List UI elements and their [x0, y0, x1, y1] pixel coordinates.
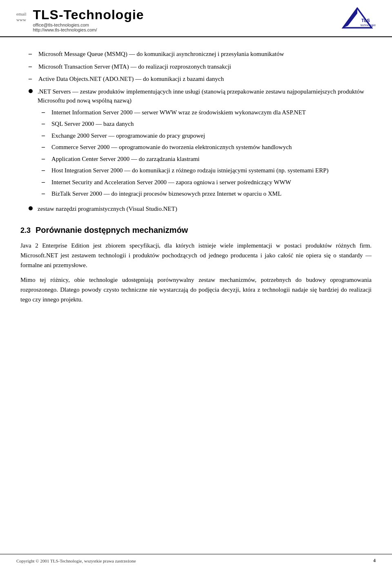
page-header: email www TLS-Technologie office@tls-tec…	[0, 0, 392, 37]
tools-text: zestaw narzędzi programistycznych (Visua…	[38, 204, 372, 214]
dash-icon: –	[42, 119, 47, 128]
list-item: – Microsoft Message Queue (MSMQ) — do ko…	[20, 49, 372, 59]
contact-info: email www	[16, 7, 26, 22]
list-item: – Commerce Server 2000 — oprogramowanie …	[42, 143, 372, 152]
inner-dash-list: – Internet Information Server 2000 — ser…	[42, 108, 372, 199]
inner-bullet-text: Application Center Server 2000 — do zarz…	[51, 154, 372, 164]
list-item: – Internet Information Server 2000 — ser…	[42, 108, 372, 117]
section-title: Porównanie dostępnych mechanizmów	[36, 225, 188, 235]
list-item: – Application Center Server 2000 — do za…	[42, 154, 372, 164]
section-heading: 2.3 Porównanie dostępnych mechanizmów	[20, 225, 372, 235]
section-number: 2.3	[20, 226, 31, 235]
company-title-block: TLS-Technologie office@tls-technologies.…	[33, 7, 144, 32]
dash-icon: –	[42, 178, 47, 187]
email-value: office@tls-technologies.com	[33, 22, 144, 27]
list-item: – Internet Security and Acceleration Ser…	[42, 178, 372, 187]
dash-icon: –	[29, 62, 34, 71]
inner-bullet-text: SQL Server 2000 — baza danych	[51, 119, 372, 129]
dash-icon: –	[42, 131, 47, 140]
dash-icon: –	[42, 154, 47, 163]
www-label: www	[16, 17, 26, 22]
list-item: – Host Integration Server 2000 — do komu…	[42, 166, 372, 175]
inner-bullet-text: Host Integration Server 2000 — do komuni…	[51, 166, 372, 175]
dash-icon: –	[42, 143, 47, 152]
bullet-text: Microsoft Transaction Server (MTA) — do …	[38, 62, 372, 71]
dot-icon	[29, 206, 33, 210]
bullet-text: Microsoft Message Queue (MSMQ) — do komu…	[38, 49, 372, 59]
inner-bullet-text: Internet Information Server 2000 — serwe…	[51, 108, 372, 117]
tools-list-item: zestaw narzędzi programistycznych (Visua…	[20, 204, 372, 214]
dash-icon: –	[42, 189, 47, 198]
list-item: – BizTalk Server 2000 — do integracji pr…	[42, 189, 372, 199]
inner-bullet-text: Exchange 2000 Server — oprogramowanie do…	[51, 131, 372, 141]
inner-bullet-text: Commerce Server 2000 — oprogramowanie do…	[51, 143, 372, 152]
list-item: – Exchange 2000 Server — oprogramowanie …	[42, 131, 372, 141]
www-value: http://www.tls-technologies.com/	[33, 27, 144, 32]
inner-bullet-text: Internet Security and Acceleration Serve…	[51, 178, 372, 187]
page-number: 4	[373, 558, 376, 564]
copyright-text: Copyright © 2001 TLS-Technologie, wszyst…	[16, 558, 136, 563]
dash-icon: –	[42, 108, 47, 117]
dash-icon: –	[42, 166, 47, 175]
logo: TLS technologies	[339, 7, 376, 30]
dash-icon: –	[29, 74, 34, 83]
net-servers-section: .NET Servers — zestaw produktów implemen…	[20, 87, 372, 214]
svg-text:TLS: TLS	[361, 18, 370, 23]
inner-bullet-text: BizTalk Server 2000 — do integracji proc…	[51, 189, 372, 199]
list-item: – Microsoft Transaction Server (MTA) — d…	[20, 62, 372, 71]
main-content: – Microsoft Message Queue (MSMQ) — do ko…	[0, 37, 392, 321]
header-left: email www TLS-Technologie office@tls-tec…	[16, 7, 144, 32]
body-paragraph-1: Java 2 Enterprise Edition jest zbiorem s…	[20, 241, 372, 270]
company-name: TLS-Technologie	[33, 7, 144, 22]
bullet-text: Active Data Objects.NET (ADO.NET) — do k…	[38, 74, 372, 84]
dot-icon	[29, 89, 33, 93]
net-servers-list-item: .NET Servers — zestaw produktów implemen…	[20, 87, 372, 201]
tls-logo-icon: TLS technologies	[339, 7, 376, 30]
list-item: – SQL Server 2000 — baza danych	[42, 119, 372, 129]
email-label: email	[16, 11, 26, 16]
svg-text:technologies: technologies	[361, 24, 376, 27]
body-paragraph-2: Mimo tej różnicy, obie technologie udost…	[20, 275, 372, 304]
list-item: – Active Data Objects.NET (ADO.NET) — do…	[20, 74, 372, 84]
dash-icon: –	[29, 49, 34, 58]
page-footer: Copyright © 2001 TLS-Technologie, wszyst…	[0, 554, 392, 567]
net-servers-intro: .NET Servers — zestaw produktów implemen…	[38, 87, 372, 105]
dash-bullet-list: – Microsoft Message Queue (MSMQ) — do ko…	[20, 49, 372, 84]
